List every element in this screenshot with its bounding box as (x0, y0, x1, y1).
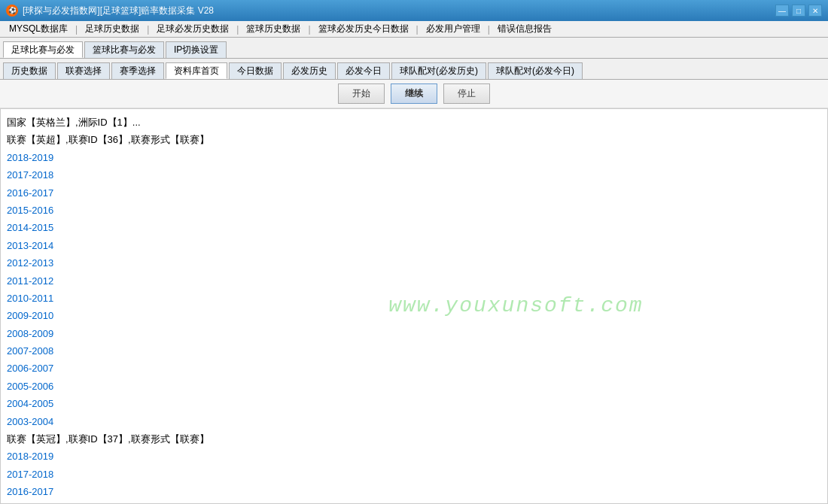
log-line-11: 2009-2010 (7, 307, 821, 324)
log-line-17: 2003-2004 (7, 413, 821, 430)
continue-button[interactable]: 继续 (391, 83, 437, 104)
toolbar2-tab-3[interactable]: 资料库首页 (166, 62, 227, 79)
log-line-20: 2017-2018 (7, 466, 821, 483)
menu-separator-2: | (235, 24, 240, 35)
menu-separator-3: | (306, 24, 312, 35)
menu-separator-0: | (74, 24, 79, 35)
content-area: 国家【英格兰】,洲际ID【1】...联赛【英超】,联赛ID【36】,联赛形式【联… (0, 108, 828, 504)
menu-bar: MYSQL数据库|足球历史数据|足球必发历史数据|篮球历史数据|篮球必发历史今日… (0, 21, 828, 38)
log-line-12: 2008-2009 (7, 325, 821, 342)
log-line-0: 国家【英格兰】,洲际ID【1】... (7, 114, 821, 131)
log-line-9: 2011-2012 (7, 272, 821, 290)
log-area[interactable]: 国家【英格兰】,洲际ID【1】...联赛【英超】,联赛ID【36】,联赛形式【联… (1, 109, 827, 503)
menu-item-1[interactable]: 足球历史数据 (79, 21, 145, 37)
menu-item-3[interactable]: 篮球历史数据 (240, 21, 306, 37)
close-button[interactable]: ✕ (808, 5, 822, 17)
log-line-15: 2005-2006 (7, 378, 821, 395)
toolbar2-tab-2[interactable]: 赛季选择 (111, 62, 164, 79)
log-line-19: 2018-2019 (7, 448, 821, 465)
window-controls: — □ ✕ (775, 5, 822, 17)
toolbar1-tab-1[interactable]: 篮球比赛与必发 (84, 41, 164, 58)
minimize-button[interactable]: — (775, 5, 789, 17)
log-line-6: 2014-2015 (7, 219, 821, 236)
start-button[interactable]: 开始 (338, 83, 385, 104)
menu-separator-5: | (486, 24, 492, 35)
log-line-5: 2015-2016 (7, 202, 821, 219)
title-bar-left: ⚽ [球探与必发指数网][足球篮球]赔率数据采集 V28 (6, 5, 214, 17)
maximize-button[interactable]: □ (792, 5, 805, 17)
title-bar: ⚽ [球探与必发指数网][足球篮球]赔率数据采集 V28 — □ ✕ (0, 0, 828, 21)
menu-item-6[interactable]: 错误信息报告 (492, 21, 558, 37)
window-title: [球探与必发指数网][足球篮球]赔率数据采集 V28 (23, 5, 214, 17)
toolbar2: 历史数据联赛选择赛季选择资料库首页今日数据必发历史必发今日球队配对(必发历史)球… (0, 59, 828, 80)
app-icon: ⚽ (6, 5, 18, 17)
log-line-2: 2018-2019 (7, 149, 821, 166)
log-line-8: 2012-2013 (7, 254, 821, 272)
action-bar: 开始 继续 停止 (0, 80, 828, 108)
log-line-3: 2017-2018 (7, 166, 821, 184)
log-line-10: 2010-2011 (7, 290, 821, 307)
log-line-22: 2015-2016 (7, 501, 821, 503)
stop-button[interactable]: 停止 (443, 83, 490, 104)
menu-item-2[interactable]: 足球必发历史数据 (151, 21, 235, 37)
toolbar1-tab-2[interactable]: IP切换设置 (166, 41, 227, 58)
log-line-16: 2004-2005 (7, 395, 821, 412)
toolbar2-tab-4[interactable]: 今日数据 (229, 62, 282, 79)
menu-separator-1: | (145, 24, 151, 35)
toolbar2-tab-6[interactable]: 必发今日 (337, 62, 390, 79)
toolbar2-tab-1[interactable]: 联赛选择 (57, 62, 110, 79)
toolbar1: 足球比赛与必发篮球比赛与必发IP切换设置 (0, 38, 828, 59)
log-line-1: 联赛【英超】,联赛ID【36】,联赛形式【联赛】 (7, 131, 821, 148)
toolbar2-tab-0[interactable]: 历史数据 (3, 62, 56, 79)
menu-item-5[interactable]: 必发用户管理 (420, 21, 486, 37)
menu-item-0[interactable]: MYSQL数据库 (3, 21, 74, 37)
toolbar1-tab-0[interactable]: 足球比赛与必发 (3, 41, 83, 58)
menu-item-4[interactable]: 篮球必发历史今日数据 (312, 21, 415, 37)
menu-separator-4: | (415, 24, 420, 35)
log-line-18: 联赛【英冠】,联赛ID【37】,联赛形式【联赛】 (7, 430, 821, 448)
log-line-14: 2006-2007 (7, 360, 821, 377)
log-line-4: 2016-2017 (7, 184, 821, 202)
log-line-7: 2013-2014 (7, 237, 821, 254)
toolbar2-tab-8[interactable]: 球队配对(必发今日) (488, 62, 583, 79)
log-line-13: 2007-2008 (7, 342, 821, 360)
toolbar2-tab-7[interactable]: 球队配对(必发历史) (391, 62, 486, 79)
toolbar2-tab-5[interactable]: 必发历史 (283, 62, 336, 79)
log-line-21: 2016-2017 (7, 483, 821, 500)
